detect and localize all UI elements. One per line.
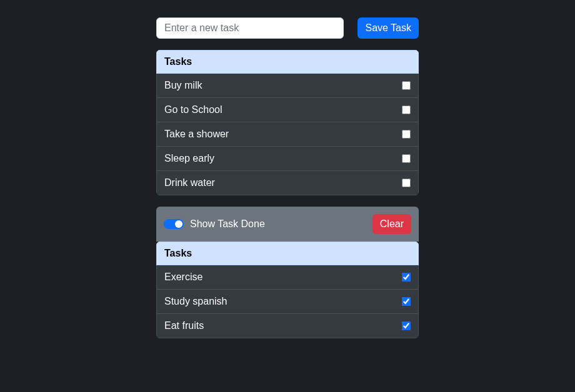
task-checkbox[interactable] (402, 273, 411, 282)
save-task-button[interactable]: Save Task (358, 17, 419, 39)
task-label: Sleep early (164, 153, 214, 164)
pending-tasks-header: Tasks (156, 50, 419, 74)
task-label: Exercise (164, 272, 202, 283)
task-label: Go to School (164, 104, 222, 115)
task-row: Go to School (156, 98, 419, 122)
task-label: Eat fruits (164, 320, 204, 331)
task-label: Take a shower (164, 129, 229, 140)
task-label: Drink water (164, 177, 215, 189)
task-checkbox[interactable] (402, 105, 411, 114)
task-label: Study spanish (164, 296, 228, 307)
task-checkbox[interactable] (402, 297, 411, 306)
show-done-toggle[interactable] (164, 219, 184, 229)
pending-tasks-list: Tasks Buy milk Go to School Take a showe… (156, 50, 419, 195)
new-task-row: Save Task (156, 17, 419, 39)
task-label: Buy milk (164, 80, 202, 91)
task-row: Exercise (156, 265, 419, 290)
done-section: Show Task Done Clear Tasks Exercise Stud… (156, 207, 419, 338)
task-row: Take a shower (156, 122, 419, 147)
task-row: Buy milk (156, 74, 419, 98)
task-checkbox[interactable] (402, 154, 411, 163)
done-tasks-header: Tasks (156, 242, 419, 265)
task-row: Drink water (156, 171, 419, 195)
task-checkbox[interactable] (402, 321, 411, 330)
app-container: Save Task Tasks Buy milk Go to School Ta… (156, 17, 419, 338)
task-checkbox[interactable] (402, 130, 411, 139)
task-checkbox[interactable] (402, 179, 411, 187)
done-toggle-bar: Show Task Done Clear (156, 207, 419, 242)
done-tasks-list: Tasks Exercise Study spanish Eat fruits (156, 242, 419, 338)
task-row: Study spanish (156, 290, 419, 314)
task-checkbox[interactable] (402, 81, 411, 90)
task-row: Sleep early (156, 147, 419, 171)
toggle-wrap: Show Task Done (164, 218, 265, 230)
clear-done-button[interactable]: Clear (372, 214, 411, 234)
show-done-label: Show Task Done (190, 218, 265, 230)
new-task-input[interactable] (156, 17, 344, 39)
task-row: Eat fruits (156, 314, 419, 338)
